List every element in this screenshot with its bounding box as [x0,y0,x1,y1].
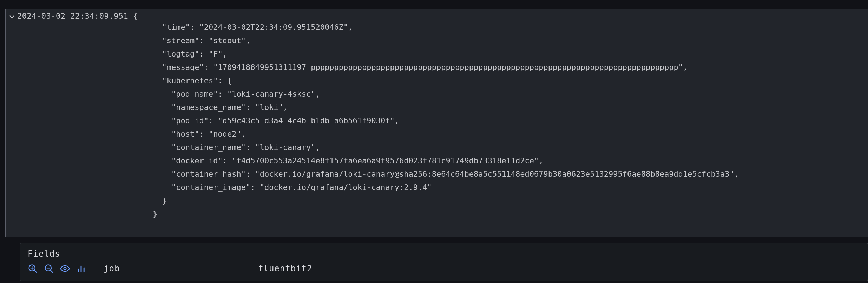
svg-line-1 [34,270,37,272]
zoom-out-icon[interactable] [44,264,54,274]
zoom-in-icon[interactable] [28,264,38,274]
fields-row: job fluentbit2 [28,264,860,274]
log-json-body: "time": "2024-03-02T22:34:09.951520046Z"… [153,21,868,221]
eye-icon[interactable] [60,264,70,274]
stats-icon[interactable] [76,264,86,274]
json-open-brace: { [133,12,138,20]
fields-panel: Fields [20,243,868,281]
svg-point-7 [64,268,66,270]
field-actions [28,264,86,274]
log-entry-header[interactable]: 2024-03-02 22:34:09.951 { [6,9,868,21]
log-timestamp: 2024-03-02 22:34:09.951 [17,12,128,20]
field-key: job [104,264,251,274]
svg-line-5 [51,270,53,272]
field-value: fluentbit2 [258,264,313,274]
chevron-down-icon[interactable] [8,13,16,21]
fields-title: Fields [28,249,860,259]
log-entry-panel: 2024-03-02 22:34:09.951 { "time": "2024-… [5,9,868,237]
